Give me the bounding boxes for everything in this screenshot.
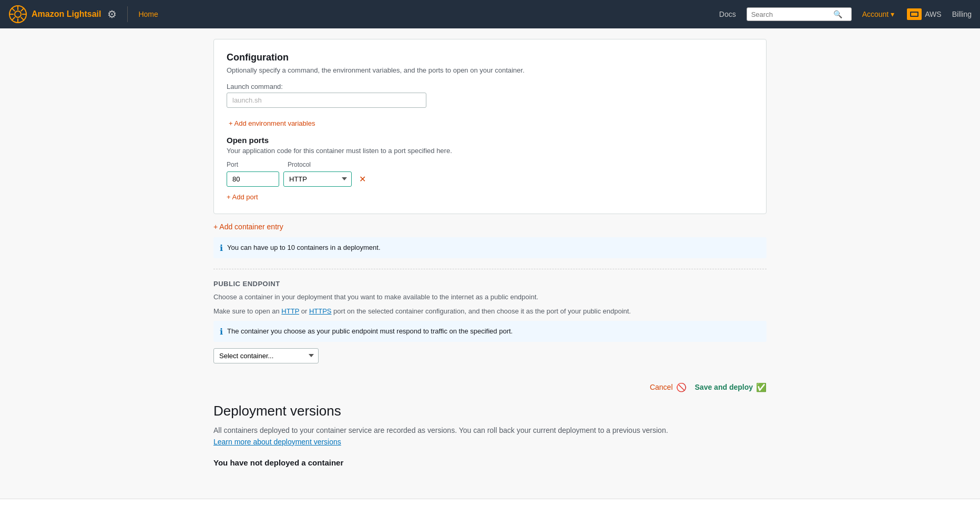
nav-home-link[interactable]: Home bbox=[138, 10, 158, 18]
svg-line-9 bbox=[12, 17, 15, 21]
aws-label: AWS bbox=[925, 10, 941, 18]
billing-link[interactable]: Billing bbox=[952, 10, 972, 18]
add-container-entry-link[interactable]: + Add container entry bbox=[213, 222, 283, 231]
endpoint-info-box: ℹ The container you choose as your publi… bbox=[213, 321, 767, 342]
nav-logo[interactable]: Amazon Lightsail bbox=[8, 5, 101, 24]
account-label: Account bbox=[862, 10, 889, 18]
container-select-wrap: Select container... mycontainer bbox=[213, 348, 319, 363]
launch-command-label: Launch command: bbox=[227, 83, 753, 90]
container-limit-info-box: ℹ You can have up to 10 containers in a … bbox=[213, 237, 767, 258]
deployment-desc: All containers deployed to your containe… bbox=[213, 424, 767, 448]
nav-logo-text: Amazon Lightsail bbox=[32, 9, 101, 19]
account-menu[interactable]: Account ▾ bbox=[862, 10, 895, 18]
protocol-select[interactable]: HTTP HTTPS TCP UDP bbox=[283, 171, 352, 187]
chevron-down-icon: ▾ bbox=[891, 10, 894, 18]
nav-divider bbox=[127, 6, 128, 22]
info-icon: ℹ bbox=[220, 243, 223, 253]
navbar: Amazon Lightsail ⚙ Home Docs 🔍 Account ▾… bbox=[0, 0, 980, 28]
cancel-icon: 🚫 bbox=[676, 382, 687, 392]
add-container-row: + Add container entry bbox=[213, 222, 767, 231]
container-select[interactable]: Select container... mycontainer bbox=[213, 348, 319, 363]
endpoint-desc1: Choose a container in your deployment th… bbox=[213, 292, 767, 302]
add-container-label: + Add container entry bbox=[213, 222, 283, 231]
port-row: HTTP HTTPS TCP UDP ✕ bbox=[227, 171, 753, 187]
endpoint-info-icon: ℹ bbox=[220, 327, 223, 337]
search-box: 🔍 bbox=[747, 7, 852, 21]
open-ports-title: Open ports bbox=[227, 136, 753, 145]
search-icon[interactable]: 🔍 bbox=[833, 10, 842, 18]
http-link[interactable]: HTTP bbox=[281, 307, 299, 315]
protocol-col-header: Protocol bbox=[288, 161, 356, 168]
aws-box-inner bbox=[910, 12, 918, 17]
search-input[interactable] bbox=[751, 11, 830, 18]
save-label: Save and deploy bbox=[695, 383, 753, 391]
config-subtitle: Optionally specify a command, the enviro… bbox=[227, 66, 753, 74]
lightsail-logo-icon bbox=[8, 5, 27, 24]
launch-command-input[interactable] bbox=[227, 93, 426, 108]
section-divider bbox=[213, 269, 767, 269]
remove-port-button[interactable]: ✕ bbox=[356, 173, 369, 185]
https-link[interactable]: HTTPS bbox=[309, 307, 332, 315]
endpoint-info-text: The container you choose as your public … bbox=[227, 326, 513, 337]
deployment-title: Deployment versions bbox=[213, 403, 767, 419]
nav-docs-link[interactable]: Docs bbox=[719, 10, 736, 18]
deployment-versions-section: Deployment versions All containers deplo… bbox=[213, 403, 767, 489]
aws-box-icon bbox=[907, 8, 922, 20]
port-col-header: Port bbox=[227, 161, 279, 168]
cancel-button[interactable]: Cancel 🚫 bbox=[650, 382, 687, 392]
add-env-variables-link[interactable]: + Add environment variables bbox=[227, 119, 315, 127]
action-bar: Cancel 🚫 Save and deploy ✅ bbox=[213, 376, 767, 403]
save-deploy-button[interactable]: Save and deploy ✅ bbox=[695, 382, 767, 392]
add-port-link[interactable]: + Add port bbox=[227, 193, 258, 201]
main-content: Configuration Optionally specify a comma… bbox=[201, 28, 779, 499]
svg-line-6 bbox=[12, 8, 15, 11]
learn-more-link[interactable]: Learn more about deployment versions bbox=[213, 438, 341, 446]
deployment-desc-text: All containers deployed to your containe… bbox=[213, 426, 668, 434]
svg-line-8 bbox=[21, 8, 24, 11]
footer: Questions? Comments? ©2008-2022, Amazon … bbox=[0, 499, 980, 506]
configuration-card: Configuration Optionally specify a comma… bbox=[213, 39, 767, 214]
port-input[interactable] bbox=[227, 171, 279, 187]
endpoint-desc2: Make sure to open an HTTP or HTTPS port … bbox=[213, 306, 767, 317]
endpoint-title: PUBLIC ENDPOINT bbox=[213, 280, 767, 288]
add-port-label: + Add port bbox=[227, 193, 258, 201]
save-icon: ✅ bbox=[756, 382, 767, 392]
cancel-label: Cancel bbox=[650, 383, 673, 391]
no-deployment-text: You have not deployed a container bbox=[213, 458, 767, 467]
ports-header: Port Protocol bbox=[227, 161, 753, 168]
aws-logo: AWS bbox=[907, 8, 941, 20]
svg-line-7 bbox=[21, 17, 24, 21]
launch-command-group: Launch command: bbox=[227, 83, 753, 108]
public-endpoint-section: PUBLIC ENDPOINT Choose a container in yo… bbox=[213, 280, 767, 363]
settings-icon[interactable]: ⚙ bbox=[107, 8, 117, 21]
add-env-label: + Add environment variables bbox=[229, 119, 315, 127]
svg-point-1 bbox=[15, 11, 21, 17]
config-title: Configuration bbox=[227, 52, 753, 63]
container-limit-text: You can have up to 10 containers in a de… bbox=[227, 242, 381, 253]
open-ports-desc: Your application code for this container… bbox=[227, 147, 753, 155]
